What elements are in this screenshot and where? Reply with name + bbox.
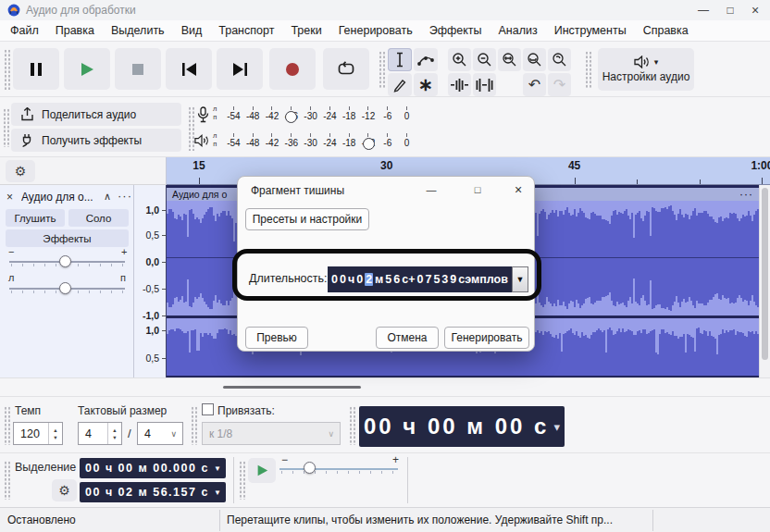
multi-tool-button[interactable]: ∗ (414, 73, 438, 96)
audio-setup-grip[interactable] (585, 51, 592, 88)
duration-segment[interactable]: 0 (340, 273, 346, 286)
menu-item[interactable]: Генерировать (330, 20, 421, 42)
horizontal-scrollbar-thumb[interactable] (223, 386, 361, 389)
snap-grip[interactable] (191, 406, 198, 445)
pause-button[interactable] (13, 48, 59, 90)
maximize-button[interactable]: □ (717, 0, 743, 20)
menu-item[interactable]: Эффекты (421, 20, 491, 42)
selection-tool-button[interactable] (388, 48, 412, 71)
mute-button[interactable]: Глушить (6, 209, 65, 227)
duration-segment[interactable]: ч (348, 273, 354, 286)
menu-item[interactable]: Транспорт (210, 20, 282, 42)
duration-segment[interactable]: 5 (433, 273, 440, 286)
share-audio-button[interactable]: Поделиться аудио (11, 103, 181, 126)
menu-item[interactable]: Выделить (103, 20, 173, 42)
play-at-speed-button[interactable] (248, 458, 276, 483)
duration-segment[interactable]: 0 (417, 273, 424, 286)
horizontal-scrollbar[interactable] (0, 377, 770, 396)
play-speed-grip[interactable] (239, 461, 246, 500)
minimize-button[interactable]: — (690, 0, 716, 20)
get-effects-button[interactable]: Получить эффекты (11, 129, 181, 152)
zoom-fit-button[interactable] (523, 48, 546, 71)
dropdown-icon[interactable]: ▼ (214, 489, 221, 497)
close-button[interactable]: × (742, 0, 768, 20)
time-grip[interactable] (349, 406, 356, 445)
track-menu-icon[interactable]: ··· (118, 189, 132, 203)
selection-options-button[interactable]: ⚙ (52, 479, 77, 501)
record-meter-scale[interactable]: -54-48-42-36-30-24-18-12-60 (224, 104, 416, 128)
spin-down-icon[interactable]: ▾ (113, 434, 116, 440)
dropdown-icon[interactable]: ▼ (214, 464, 221, 473)
meter-slider-knob[interactable] (363, 138, 375, 150)
speed-slider-track[interactable] (279, 468, 398, 470)
menu-item[interactable]: Треки (282, 20, 329, 42)
duration-segment[interactable]: 5 (385, 273, 391, 286)
track-close-icon[interactable]: × (6, 191, 13, 204)
undo-button[interactable]: ↶ (523, 73, 546, 96)
menu-item[interactable]: Инструменты (546, 20, 635, 42)
menu-item[interactable]: Файл (2, 20, 47, 42)
duration-segment[interactable]: 0 (331, 273, 338, 286)
tempo-spinner[interactable]: ▴▾ (48, 423, 62, 444)
generate-button[interactable]: Генерировать (444, 327, 529, 349)
dialog-close-button[interactable]: × (508, 180, 528, 199)
duration-segment[interactable]: 0 (356, 273, 363, 286)
snap-select[interactable]: к 1/8 ∨ (202, 422, 341, 445)
speed-slider-knob[interactable] (304, 462, 316, 474)
duration-segment[interactable]: с+ (402, 273, 415, 286)
menu-item[interactable]: Справка (635, 20, 697, 42)
zoom-in-button[interactable] (448, 48, 471, 71)
clip-menu-icon[interactable]: ··· (739, 188, 753, 201)
timesig-lower-select[interactable]: 4 ∨ (137, 422, 183, 445)
dialog-minimize-button[interactable]: — (421, 180, 441, 199)
caret-down-icon[interactable]: ▾ (553, 420, 560, 434)
dialog-maximize-button[interactable]: □ (467, 180, 488, 199)
duration-dropdown-button[interactable]: ▼ (512, 266, 528, 292)
loop-button[interactable] (323, 48, 369, 90)
cancel-button[interactable]: Отмена (376, 327, 439, 349)
menu-item[interactable]: Вид (173, 20, 211, 42)
preview-button[interactable]: Превью (245, 327, 308, 349)
track-title[interactable]: Аудио для о... (21, 191, 101, 204)
play-button[interactable] (64, 48, 110, 90)
duration-segment[interactable]: сэмплов (458, 273, 508, 286)
duration-field[interactable]: 00ч02м56с+07539сэмплов (328, 266, 512, 292)
gain-slider-knob[interactable] (59, 255, 71, 267)
zoom-toggle-button[interactable] (548, 48, 571, 71)
vertical-scale-ruler[interactable]: 1,00,50,0-0,5-1,01,00,5 (134, 185, 167, 377)
duration-digit-selected[interactable]: 2 (365, 273, 373, 286)
vertical-scrollbar-thumb[interactable] (762, 188, 768, 360)
presets-settings-button[interactable]: Пресеты и настройки (245, 208, 369, 230)
menu-item[interactable]: Правка (47, 20, 103, 42)
pan-slider-knob[interactable] (59, 282, 71, 294)
spin-up-icon[interactable]: ▴ (54, 427, 56, 433)
solo-button[interactable]: Соло (68, 209, 129, 227)
track-collapse-icon[interactable]: ∧ (104, 191, 111, 203)
audio-setup-button[interactable]: ▾ Настройки аудио (598, 48, 694, 91)
vertical-scrollbar[interactable] (759, 185, 770, 377)
skip-to-start-button[interactable] (166, 48, 212, 90)
envelope-tool-button[interactable] (414, 48, 438, 71)
trim-audio-button[interactable] (448, 73, 471, 96)
toolbar-grip[interactable] (4, 49, 11, 90)
redo-button[interactable]: ↷ (548, 73, 571, 96)
draw-tool-button[interactable] (388, 73, 412, 96)
tools-toolbar-grip[interactable] (379, 51, 386, 88)
timeline-options-button[interactable]: ⚙ (6, 160, 35, 182)
duration-segment[interactable]: 9 (450, 273, 456, 286)
skip-to-end-button[interactable] (217, 48, 263, 90)
timesig-spinner[interactable]: ▴▾ (107, 423, 121, 444)
selection-end-field[interactable]: 00 ч 02 м 56.157 с ▼ (80, 482, 226, 502)
duration-segment[interactable]: 3 (441, 273, 448, 286)
snap-checkbox[interactable] (202, 403, 214, 415)
tempo-grip[interactable] (4, 406, 11, 445)
tempo-input[interactable]: 120 ▴▾ (13, 422, 63, 445)
stop-button[interactable] (115, 48, 161, 90)
effects-button[interactable]: Эффекты (6, 229, 129, 247)
silence-audio-button[interactable] (473, 73, 496, 96)
spin-up-icon[interactable]: ▴ (113, 427, 116, 433)
zoom-out-button[interactable] (473, 48, 496, 71)
selection-start-field[interactable]: 00 ч 00 м 00.000 с ▼ (80, 458, 226, 478)
duration-segment[interactable]: 7 (425, 273, 431, 286)
playback-meter-scale[interactable]: -54-48-42-36-30-24-18-12-60 (224, 130, 416, 155)
